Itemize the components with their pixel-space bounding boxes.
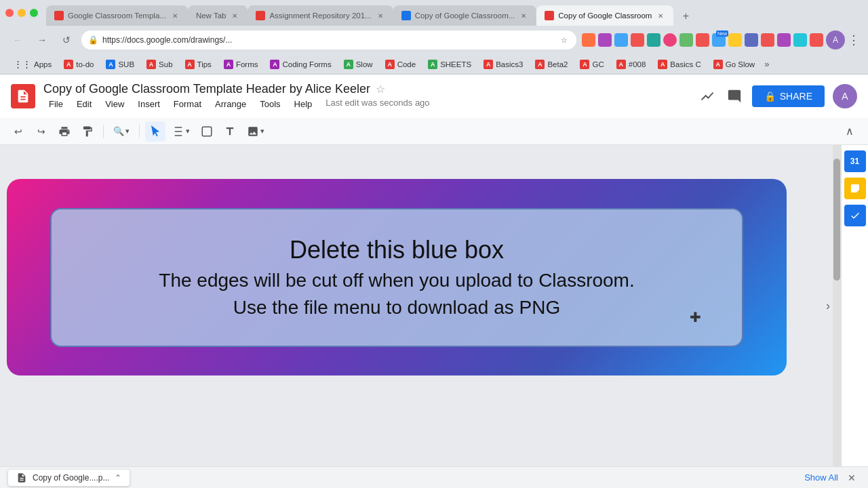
- favorite-star-icon[interactable]: ☆: [376, 83, 385, 96]
- last-edit-status: Last edit was seconds ago: [326, 98, 429, 110]
- gradient-header-shape[interactable]: Delete this blue box The edges will be c…: [7, 179, 787, 375]
- user-avatar[interactable]: A: [833, 84, 857, 108]
- canvas-area[interactable]: Delete this blue box The edges will be c…: [0, 145, 841, 466]
- bookmark-basicsc[interactable]: A Basics C: [652, 58, 706, 71]
- tab-close-3[interactable]: ✕: [376, 11, 385, 20]
- close-download-bar-button[interactable]: ✕: [844, 470, 860, 486]
- ext-icon-3[interactable]: [614, 33, 628, 47]
- ext-icon-11[interactable]: [761, 33, 774, 47]
- ext-icon-4[interactable]: [631, 33, 644, 47]
- calendar-icon[interactable]: 31: [844, 150, 866, 172]
- ext-icon-5[interactable]: [647, 33, 660, 47]
- bookmark-coding-forms[interactable]: A Coding Forms: [264, 58, 336, 71]
- ext-icon-new[interactable]: New: [712, 33, 726, 47]
- print-button[interactable]: [54, 121, 75, 142]
- bookmark-sub2[interactable]: A Sub: [141, 58, 178, 71]
- bookmark-todo[interactable]: A to-do: [58, 58, 99, 71]
- share-button[interactable]: 🔒 SHARE: [752, 85, 825, 107]
- browser-tab-2[interactable]: New Tab ✕: [188, 5, 248, 26]
- blue-instruction-box[interactable]: Delete this blue box The edges will be c…: [50, 208, 743, 347]
- scrollbar-thumb[interactable]: [833, 159, 840, 281]
- bookmark-icon-basicsc: A: [658, 60, 667, 69]
- menu-edit[interactable]: Edit: [71, 98, 97, 110]
- bookmarks-more-button[interactable]: »: [762, 59, 772, 69]
- shape-tool-button[interactable]: [197, 121, 217, 142]
- ext-icon-6[interactable]: [663, 33, 677, 47]
- maximize-window-button[interactable]: [30, 9, 38, 17]
- ext-icon-2[interactable]: [598, 33, 612, 47]
- bookmark-apps[interactable]: ⋮⋮ Apps: [8, 57, 57, 71]
- profile-avatar[interactable]: A: [826, 30, 845, 49]
- bookmark-sub1[interactable]: A SUB: [100, 58, 140, 71]
- bookmark-beta2[interactable]: A Beta2: [530, 58, 573, 71]
- show-all-downloads-link[interactable]: Show All: [804, 472, 838, 483]
- menu-insert[interactable]: Insert: [132, 98, 165, 110]
- docs-header: Copy of Google Classroom Template Header…: [0, 75, 868, 118]
- download-filename: Copy of Google....p...: [33, 473, 109, 483]
- image-tool-button[interactable]: ▾: [243, 121, 269, 142]
- minimize-window-button[interactable]: [18, 9, 26, 17]
- new-tab-button[interactable]: +: [676, 7, 695, 26]
- bookmark-tips[interactable]: A Tips: [180, 58, 217, 71]
- browser-tab-3[interactable]: Assignment Repository 201... ✕: [248, 5, 393, 26]
- menu-file[interactable]: File: [43, 98, 68, 110]
- browser-tab-1[interactable]: Google Classroom Templa... ✕: [46, 5, 188, 26]
- activity-dashboard-icon[interactable]: [698, 87, 717, 106]
- redo-button[interactable]: ↪: [31, 121, 52, 142]
- tab-close-2[interactable]: ✕: [230, 11, 239, 20]
- paint-format-button[interactable]: [77, 121, 98, 142]
- ext-icon-13[interactable]: [793, 33, 807, 47]
- collapse-toolbar-button[interactable]: ∧: [840, 121, 860, 142]
- zoom-level-text: 🔍: [113, 126, 124, 136]
- bookmark-icon-code: A: [385, 60, 395, 69]
- bookmark-code[interactable]: A Code: [380, 58, 422, 71]
- forward-button[interactable]: →: [33, 30, 52, 49]
- line-tool-button[interactable]: ▾: [168, 121, 194, 142]
- back-button[interactable]: ←: [8, 30, 27, 49]
- menu-help[interactable]: Help: [289, 98, 318, 110]
- chrome-menu-button[interactable]: ⋮: [848, 33, 860, 47]
- close-window-button[interactable]: [5, 9, 14, 17]
- bookmark-goslow[interactable]: A Go Slow: [708, 58, 760, 71]
- ext-icon-14[interactable]: [810, 33, 823, 47]
- ext-icon-10[interactable]: [745, 33, 758, 47]
- vertical-scrollbar[interactable]: [833, 145, 841, 466]
- download-chevron-icon[interactable]: ⌃: [115, 473, 121, 483]
- bookmark-icon-sub2: A: [146, 60, 156, 69]
- ext-icon-7[interactable]: [679, 33, 693, 47]
- undo-button[interactable]: ↩: [8, 121, 28, 142]
- comments-icon[interactable]: [725, 87, 744, 106]
- ext-icon-1[interactable]: [582, 33, 595, 47]
- bookmark-slow[interactable]: A Slow: [338, 58, 378, 71]
- sticky-note-icon[interactable]: [844, 178, 866, 199]
- star-icon[interactable]: ☆: [559, 35, 570, 45]
- browser-tab-4[interactable]: Copy of Google Classroom... ✕: [393, 5, 537, 26]
- bookmark-icon-coding: A: [270, 60, 279, 69]
- address-bar[interactable]: 🔒 https://docs.google.com/drawings/... ☆: [81, 30, 576, 49]
- tab-close-4[interactable]: ✕: [519, 11, 528, 20]
- tab-close-1[interactable]: ✕: [170, 11, 180, 20]
- ext-icon-9[interactable]: [728, 33, 742, 47]
- tab-label-1: Google Classroom Templa...: [68, 12, 166, 20]
- bookmark-label-basicsc: Basics C: [670, 60, 701, 68]
- menu-view[interactable]: View: [100, 98, 130, 110]
- refresh-button[interactable]: ↺: [57, 30, 76, 49]
- ext-icon-8[interactable]: [696, 33, 709, 47]
- zoom-button[interactable]: 🔍 ▾: [109, 121, 134, 142]
- select-tool-button[interactable]: [145, 121, 165, 142]
- scroll-right-arrow[interactable]: ›: [826, 299, 830, 313]
- bookmark-sheets[interactable]: A SHEETS: [422, 58, 477, 71]
- browser-tab-5[interactable]: Copy of Google Classroom ✕: [536, 5, 673, 26]
- text-tool-button[interactable]: [220, 121, 240, 142]
- bookmark-gc[interactable]: A GC: [574, 58, 609, 71]
- bookmark-basics3[interactable]: A Basics3: [478, 58, 528, 71]
- bookmark-forms[interactable]: A Forms: [218, 58, 264, 71]
- menu-format[interactable]: Format: [168, 98, 207, 110]
- bookmark-label-sub2: Sub: [159, 60, 172, 68]
- menu-arrange[interactable]: Arrange: [210, 98, 252, 110]
- tab-close-5[interactable]: ✕: [656, 11, 665, 20]
- bookmark-008[interactable]: A #008: [611, 58, 652, 71]
- menu-tools[interactable]: Tools: [254, 98, 285, 110]
- ext-icon-12[interactable]: [777, 33, 791, 47]
- tasks-icon[interactable]: [844, 205, 866, 226]
